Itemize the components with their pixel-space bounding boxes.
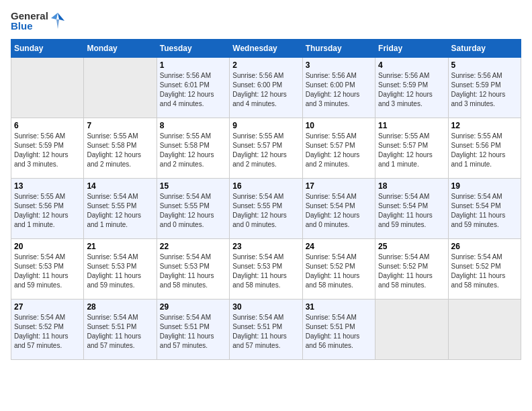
day-info: Sunrise: 5:54 AM Sunset: 5:53 PM Dayligh…	[160, 253, 226, 290]
calendar-cell: 3Sunrise: 5:56 AM Sunset: 6:00 PM Daylig…	[302, 58, 375, 118]
calendar-cell: 17Sunrise: 5:54 AM Sunset: 5:54 PM Dayli…	[302, 179, 375, 239]
weekday-header-wednesday: Wednesday	[230, 40, 302, 58]
calendar-cell: 20Sunrise: 5:54 AM Sunset: 5:53 PM Dayli…	[11, 239, 84, 300]
calendar-cell: 19Sunrise: 5:54 AM Sunset: 5:54 PM Dayli…	[448, 179, 521, 239]
weekday-header-friday: Friday	[375, 40, 448, 58]
day-number: 4	[378, 60, 445, 70]
day-number: 19	[451, 181, 518, 191]
calendar-cell: 21Sunrise: 5:54 AM Sunset: 5:53 PM Dayli…	[84, 239, 157, 300]
day-number: 13	[14, 181, 81, 191]
day-number: 5	[451, 60, 518, 70]
calendar-cell: 31Sunrise: 5:54 AM Sunset: 5:51 PM Dayli…	[302, 300, 375, 360]
day-info: Sunrise: 5:56 AM Sunset: 5:59 PM Dayligh…	[451, 71, 518, 109]
day-info: Sunrise: 5:54 AM Sunset: 5:55 PM Dayligh…	[160, 192, 226, 230]
logo-text-block: General Blue	[11, 11, 48, 31]
day-number: 12	[451, 121, 518, 130]
calendar-cell	[84, 58, 157, 118]
calendar-cell: 12Sunrise: 5:55 AM Sunset: 5:56 PM Dayli…	[448, 118, 521, 179]
day-info: Sunrise: 5:55 AM Sunset: 5:56 PM Dayligh…	[451, 132, 518, 169]
calendar-cell: 29Sunrise: 5:54 AM Sunset: 5:51 PM Dayli…	[157, 300, 229, 360]
day-number: 18	[378, 181, 445, 191]
calendar-cell	[375, 300, 448, 360]
calendar-cell: 18Sunrise: 5:54 AM Sunset: 5:54 PM Dayli…	[375, 179, 448, 239]
calendar-cell: 15Sunrise: 5:54 AM Sunset: 5:55 PM Dayli…	[157, 179, 229, 239]
day-number: 1	[160, 60, 226, 70]
day-number: 8	[160, 121, 226, 130]
day-info: Sunrise: 5:56 AM Sunset: 6:01 PM Dayligh…	[160, 71, 226, 109]
calendar-cell: 22Sunrise: 5:54 AM Sunset: 5:53 PM Dayli…	[157, 239, 229, 300]
day-info: Sunrise: 5:54 AM Sunset: 5:51 PM Dayligh…	[160, 313, 226, 351]
day-info: Sunrise: 5:54 AM Sunset: 5:53 PM Dayligh…	[14, 253, 81, 290]
calendar-cell: 10Sunrise: 5:55 AM Sunset: 5:57 PM Dayli…	[302, 118, 375, 179]
weekday-header-saturday: Saturday	[448, 40, 521, 58]
day-info: Sunrise: 5:55 AM Sunset: 5:57 PM Dayligh…	[378, 132, 445, 169]
day-info: Sunrise: 5:54 AM Sunset: 5:51 PM Dayligh…	[306, 313, 372, 351]
day-info: Sunrise: 5:54 AM Sunset: 5:51 PM Dayligh…	[232, 313, 299, 351]
day-number: 14	[87, 181, 153, 191]
weekday-header-monday: Monday	[84, 40, 157, 58]
day-number: 27	[14, 302, 81, 312]
weekday-header-row: SundayMondayTuesdayWednesdayThursdayFrid…	[11, 40, 521, 58]
day-info: Sunrise: 5:54 AM Sunset: 5:55 PM Dayligh…	[232, 192, 299, 230]
calendar-cell: 5Sunrise: 5:56 AM Sunset: 5:59 PM Daylig…	[448, 58, 521, 118]
day-number: 21	[87, 242, 153, 251]
calendar-cell: 9Sunrise: 5:55 AM Sunset: 5:57 PM Daylig…	[230, 118, 302, 179]
day-number: 10	[306, 121, 372, 130]
day-number: 31	[306, 302, 372, 312]
calendar-cell: 16Sunrise: 5:54 AM Sunset: 5:55 PM Dayli…	[230, 179, 302, 239]
day-number: 16	[232, 181, 299, 191]
day-number: 9	[232, 121, 299, 130]
calendar: SundayMondayTuesdayWednesdayThursdayFrid…	[11, 39, 521, 360]
day-number: 28	[87, 302, 153, 312]
calendar-cell: 23Sunrise: 5:54 AM Sunset: 5:53 PM Dayli…	[230, 239, 302, 300]
week-row-5: 27Sunrise: 5:54 AM Sunset: 5:52 PM Dayli…	[11, 300, 521, 360]
calendar-cell: 1Sunrise: 5:56 AM Sunset: 6:01 PM Daylig…	[157, 58, 229, 118]
day-info: Sunrise: 5:54 AM Sunset: 5:51 PM Dayligh…	[87, 313, 153, 351]
week-row-4: 20Sunrise: 5:54 AM Sunset: 5:53 PM Dayli…	[11, 239, 521, 300]
day-info: Sunrise: 5:56 AM Sunset: 5:59 PM Dayligh…	[378, 71, 445, 109]
calendar-cell	[11, 58, 84, 118]
day-number: 30	[232, 302, 299, 312]
day-info: Sunrise: 5:54 AM Sunset: 5:52 PM Dayligh…	[451, 253, 518, 290]
week-row-3: 13Sunrise: 5:55 AM Sunset: 5:56 PM Dayli…	[11, 179, 521, 239]
calendar-cell: 28Sunrise: 5:54 AM Sunset: 5:51 PM Dayli…	[84, 300, 157, 360]
day-number: 29	[160, 302, 226, 312]
logo-container: General Blue	[11, 11, 66, 31]
day-info: Sunrise: 5:55 AM Sunset: 5:58 PM Dayligh…	[87, 132, 153, 169]
calendar-cell: 27Sunrise: 5:54 AM Sunset: 5:52 PM Dayli…	[11, 300, 84, 360]
weekday-header-thursday: Thursday	[302, 40, 375, 58]
day-number: 3	[306, 60, 372, 70]
day-info: Sunrise: 5:54 AM Sunset: 5:54 PM Dayligh…	[378, 192, 445, 230]
calendar-cell: 4Sunrise: 5:56 AM Sunset: 5:59 PM Daylig…	[375, 58, 448, 118]
day-info: Sunrise: 5:56 AM Sunset: 6:00 PM Dayligh…	[232, 71, 299, 109]
day-info: Sunrise: 5:55 AM Sunset: 5:57 PM Dayligh…	[232, 132, 299, 169]
logo-blue-text: Blue	[11, 20, 33, 32]
calendar-cell: 8Sunrise: 5:55 AM Sunset: 5:58 PM Daylig…	[157, 118, 229, 179]
day-info: Sunrise: 5:54 AM Sunset: 5:52 PM Dayligh…	[378, 253, 445, 290]
weekday-header-sunday: Sunday	[11, 40, 84, 58]
day-info: Sunrise: 5:54 AM Sunset: 5:53 PM Dayligh…	[87, 253, 153, 290]
day-number: 24	[306, 242, 372, 251]
week-row-1: 1Sunrise: 5:56 AM Sunset: 6:01 PM Daylig…	[11, 58, 521, 118]
day-number: 15	[160, 181, 226, 191]
day-info: Sunrise: 5:54 AM Sunset: 5:52 PM Dayligh…	[14, 313, 81, 351]
day-number: 17	[306, 181, 372, 191]
day-number: 26	[451, 242, 518, 251]
calendar-cell: 7Sunrise: 5:55 AM Sunset: 5:58 PM Daylig…	[84, 118, 157, 179]
day-number: 20	[14, 242, 81, 251]
day-number: 11	[378, 121, 445, 130]
calendar-cell	[448, 300, 521, 360]
calendar-cell: 24Sunrise: 5:54 AM Sunset: 5:52 PM Dayli…	[302, 239, 375, 300]
day-info: Sunrise: 5:56 AM Sunset: 6:00 PM Dayligh…	[306, 71, 372, 109]
day-number: 7	[87, 121, 153, 130]
day-number: 22	[160, 242, 226, 251]
logo-bird-icon	[50, 11, 66, 30]
week-row-2: 6Sunrise: 5:56 AM Sunset: 5:59 PM Daylig…	[11, 118, 521, 179]
calendar-cell: 6Sunrise: 5:56 AM Sunset: 5:59 PM Daylig…	[11, 118, 84, 179]
weekday-header-tuesday: Tuesday	[157, 40, 229, 58]
day-info: Sunrise: 5:55 AM Sunset: 5:56 PM Dayligh…	[14, 192, 81, 230]
calendar-cell: 11Sunrise: 5:55 AM Sunset: 5:57 PM Dayli…	[375, 118, 448, 179]
calendar-cell: 25Sunrise: 5:54 AM Sunset: 5:52 PM Dayli…	[375, 239, 448, 300]
header: General Blue	[11, 11, 521, 31]
day-number: 23	[232, 242, 299, 251]
